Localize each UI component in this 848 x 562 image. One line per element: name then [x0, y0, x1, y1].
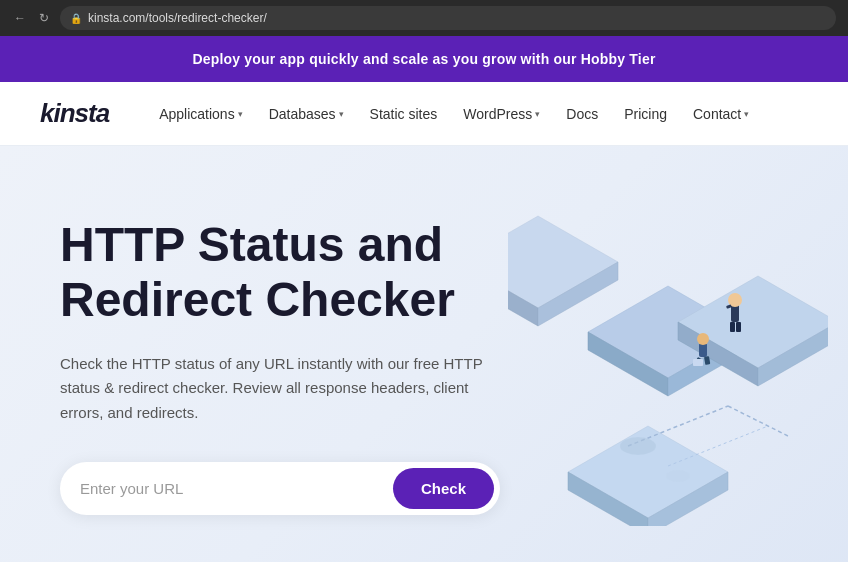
nav-item-contact[interactable]: Contact ▾ [683, 98, 759, 130]
promo-banner[interactable]: Deploy your app quickly and scale as you… [0, 36, 848, 82]
svg-rect-20 [699, 343, 707, 357]
svg-line-13 [728, 406, 788, 436]
chevron-down-icon: ▾ [744, 109, 749, 119]
url-input[interactable] [80, 480, 393, 497]
svg-point-25 [620, 437, 656, 455]
hero-title: HTTP Status and Redirect Checker [60, 217, 580, 327]
browser-chrome: ← ↻ 🔒 kinsta.com/tools/redirect-checker/ [0, 0, 848, 36]
svg-rect-17 [730, 322, 735, 332]
nav-item-applications[interactable]: Applications ▾ [149, 98, 253, 130]
hero-description: Check the HTTP status of any URL instant… [60, 352, 500, 426]
refresh-button[interactable]: ↻ [36, 10, 52, 26]
svg-rect-18 [736, 322, 741, 332]
address-bar[interactable]: 🔒 kinsta.com/tools/redirect-checker/ [60, 6, 836, 30]
hero-content: HTTP Status and Redirect Checker Check t… [60, 217, 580, 515]
logo[interactable]: kinsta [40, 98, 109, 129]
navbar: kinsta Applications ▾ Databases ▾ Static… [0, 82, 848, 146]
svg-rect-24 [693, 359, 703, 366]
nav-item-wordpress[interactable]: WordPress ▾ [453, 98, 550, 130]
nav-links: Applications ▾ Databases ▾ Static sites … [149, 98, 808, 130]
chevron-down-icon: ▾ [535, 109, 540, 119]
promo-text: Deploy your app quickly and scale as you… [192, 51, 655, 67]
lock-icon: 🔒 [70, 13, 82, 24]
svg-point-21 [697, 333, 709, 345]
nav-item-docs[interactable]: Docs [556, 98, 608, 130]
chevron-down-icon: ▾ [339, 109, 344, 119]
back-button[interactable]: ← [12, 10, 28, 26]
url-text: kinsta.com/tools/redirect-checker/ [88, 11, 267, 25]
chevron-down-icon: ▾ [238, 109, 243, 119]
nav-item-static-sites[interactable]: Static sites [360, 98, 448, 130]
nav-item-pricing[interactable]: Pricing [614, 98, 677, 130]
url-input-row: Check [60, 462, 500, 515]
check-button[interactable]: Check [393, 468, 494, 509]
svg-point-26 [666, 470, 690, 482]
nav-item-databases[interactable]: Databases ▾ [259, 98, 354, 130]
hero-section: HTTP Status and Redirect Checker Check t… [0, 146, 848, 562]
